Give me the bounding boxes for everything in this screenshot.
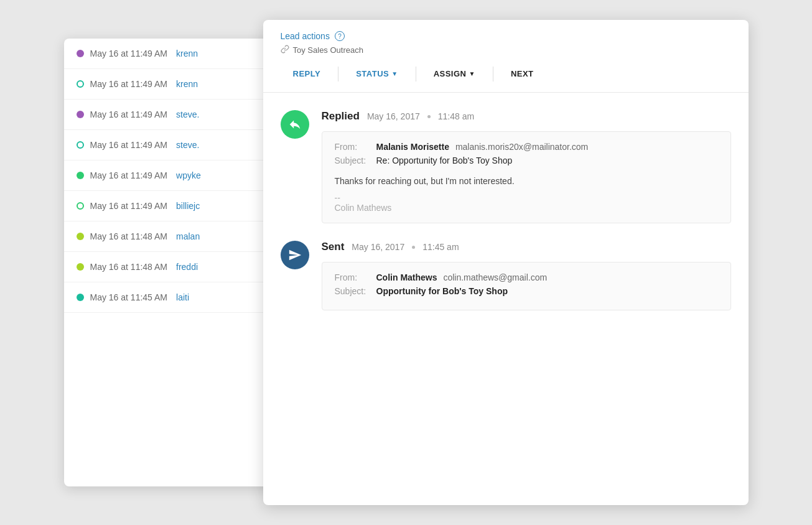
sent-subject-label: Subject:	[335, 286, 369, 296]
email-time: May 16 at 11:45 AM	[90, 292, 168, 302]
email-status-dot	[77, 233, 84, 240]
campaign-name: Toy Sales Outreach	[293, 45, 363, 55]
email-sender[interactable]: freddi	[176, 262, 198, 272]
assign-button[interactable]: ASSIGN ▼	[421, 64, 488, 83]
sent-from-name: Colin Mathews	[376, 272, 437, 282]
sent-subject-row: Subject: Opportunity for Bob's Toy Shop	[335, 286, 718, 296]
email-sender[interactable]: steve.	[176, 140, 199, 150]
thread-item-sent: Sent May 16, 2017 11:45 am From: Colin M…	[281, 241, 731, 310]
email-status-dot	[77, 111, 84, 118]
replied-subject-label: Subject:	[335, 156, 369, 165]
reply-arrow-icon	[288, 118, 302, 131]
replied-from-label: From:	[335, 142, 369, 152]
thread-item-replied: Replied May 16, 2017 11:48 am From: Mala…	[281, 110, 731, 223]
sent-time: 11:45 am	[422, 242, 459, 252]
status-chevron-icon: ▼	[391, 70, 398, 77]
toolbar-divider-1	[338, 67, 338, 81]
replied-date: May 16, 2017	[367, 111, 420, 121]
replied-icon	[281, 110, 309, 139]
replied-body: Thanks for reaching out, but I'm not int…	[335, 174, 718, 188]
toolbar-divider-2	[416, 67, 416, 81]
replied-type-label: Replied	[322, 110, 360, 123]
email-sender[interactable]: laiti	[176, 292, 189, 302]
sent-type-label: Sent	[322, 241, 345, 253]
email-time: May 16 at 11:49 AM	[90, 140, 168, 150]
replied-email-card: From: Malanis Morisette malanis.moris20x…	[322, 131, 731, 223]
sent-icon	[281, 241, 309, 269]
panel-header: Lead actions ? Toy Sales Outreach REPLY …	[263, 20, 749, 93]
email-status-dot	[77, 80, 84, 88]
sent-dot	[412, 246, 415, 249]
sent-subject-value: Opportunity for Bob's Toy Shop	[376, 286, 508, 296]
sent-email-card: From: Colin Mathews colin.mathews@gmail.…	[322, 262, 731, 310]
assign-label: ASSIGN	[434, 69, 467, 78]
email-time: May 16 at 11:48 AM	[90, 262, 168, 272]
replied-from-name: Malanis Morisette	[376, 142, 449, 152]
email-sender[interactable]: krenn	[176, 49, 198, 58]
reply-button[interactable]: REPLY	[281, 64, 334, 83]
replied-sig: --Colin Mathews	[335, 193, 718, 213]
email-status-dot	[77, 263, 84, 271]
email-status-dot	[77, 50, 84, 57]
replied-thread-content: Replied May 16, 2017 11:48 am From: Mala…	[322, 110, 731, 223]
email-time: May 16 at 11:49 AM	[90, 49, 168, 58]
toolbar-divider-3	[493, 67, 493, 81]
campaign-row: Toy Sales Outreach	[281, 45, 731, 55]
email-time: May 16 at 11:49 AM	[90, 79, 168, 89]
sent-from-row: From: Colin Mathews colin.mathews@gmail.…	[335, 272, 718, 282]
email-status-dot	[77, 294, 84, 301]
replied-subject-row: Subject: Re: Opportunity for Bob's Toy S…	[335, 156, 718, 165]
sent-thread-header: Sent May 16, 2017 11:45 am	[322, 241, 731, 253]
help-icon[interactable]: ?	[335, 31, 345, 41]
assign-chevron-icon: ▼	[469, 70, 475, 77]
email-time: May 16 at 11:49 AM	[90, 109, 168, 119]
email-status-dot	[77, 141, 84, 149]
email-time: May 16 at 11:49 AM	[90, 170, 168, 180]
email-sender[interactable]: krenn	[176, 79, 198, 89]
next-button[interactable]: NEXT	[498, 64, 546, 83]
sent-date: May 16, 2017	[352, 242, 404, 252]
email-time: May 16 at 11:49 AM	[90, 201, 168, 211]
replied-from-row: From: Malanis Morisette malanis.moris20x…	[335, 142, 718, 152]
sent-from-email: colin.mathews@gmail.com	[443, 272, 547, 282]
panel-body: Replied May 16, 2017 11:48 am From: Mala…	[263, 93, 749, 505]
email-sender[interactable]: billiejc	[176, 201, 200, 211]
link-icon	[281, 45, 289, 55]
sent-from-label: From:	[335, 272, 369, 282]
email-detail-panel: Lead actions ? Toy Sales Outreach REPLY …	[263, 20, 749, 505]
send-arrow-icon	[288, 248, 302, 262]
email-sender[interactable]: steve.	[176, 109, 199, 119]
status-label: STATUS	[356, 69, 389, 78]
sent-thread-content: Sent May 16, 2017 11:45 am From: Colin M…	[322, 241, 731, 310]
replied-time: 11:48 am	[438, 111, 474, 121]
email-status-dot	[77, 202, 84, 210]
replied-subject-value: Re: Opportunity for Bob's Toy Shop	[376, 156, 513, 165]
email-sender[interactable]: malan	[176, 231, 200, 241]
replied-thread-header: Replied May 16, 2017 11:48 am	[322, 110, 731, 123]
lead-actions-link[interactable]: Lead actions	[281, 31, 330, 41]
replied-from-email: malanis.moris20x@mailinator.com	[455, 142, 588, 152]
email-sender[interactable]: wpyke	[176, 170, 201, 180]
email-status-dot	[77, 172, 84, 179]
status-button[interactable]: STATUS ▼	[343, 64, 410, 83]
email-time: May 16 at 11:48 AM	[90, 231, 168, 241]
toolbar: REPLY STATUS ▼ ASSIGN ▼ NEXT	[281, 64, 731, 92]
lead-actions-row: Lead actions ?	[281, 31, 731, 41]
replied-dot	[427, 115, 431, 118]
